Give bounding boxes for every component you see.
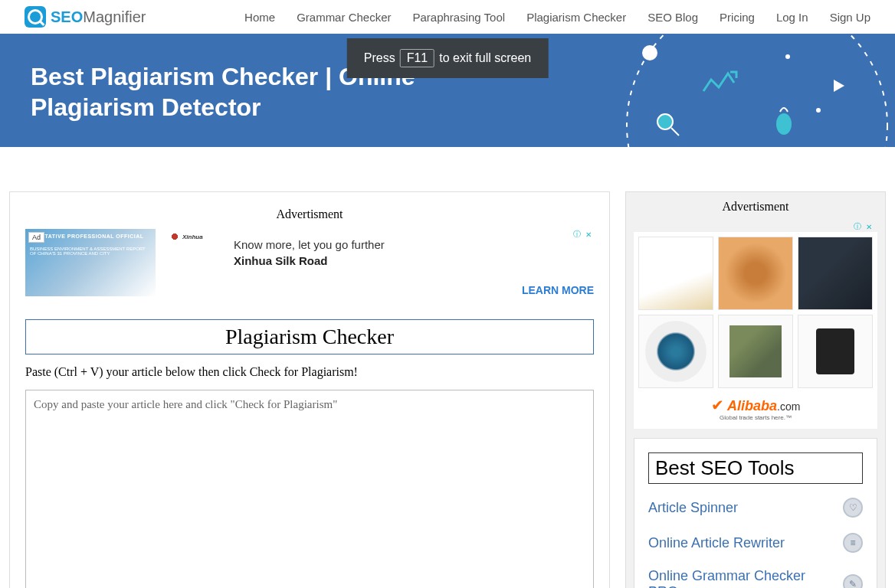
alibaba-suffix: .com: [777, 400, 800, 413]
adchoices-icon[interactable]: ⓘ: [572, 229, 582, 240]
svg-point-5: [785, 54, 790, 59]
nav-grammar-checker[interactable]: Grammar Checker: [297, 11, 391, 24]
alibaba-logo[interactable]: ✔ Alibaba.com Global trade starts here.™: [638, 393, 873, 424]
svg-point-6: [816, 108, 821, 113]
spinner-icon: ♡: [843, 498, 863, 518]
instruction-text: Paste (Ctrl + V) your article below then…: [25, 365, 594, 379]
ad-choices[interactable]: ⓘ ✕: [572, 229, 594, 240]
nav-signup[interactable]: Sign Up: [830, 11, 870, 24]
grammar-icon: ✎: [843, 574, 863, 588]
ad-product-pillow[interactable]: [638, 315, 713, 388]
tool-article-rewriter[interactable]: Online Article Rewriter: [648, 535, 785, 551]
content-area: Advertisment Ad HORITATIVE PROFESSIONAL …: [0, 147, 895, 588]
ad-brand-logo: Xinhua: [169, 229, 214, 244]
logo-text: SEOMagnifier: [51, 8, 146, 26]
ad-thumb-sub: BUSINESS ENVIRONMENT & ASSESSMENT REPORT…: [30, 247, 151, 256]
sidebar: Advertisment ⓘ ✕ ✔ Alibaba.com Global tr…: [625, 191, 886, 588]
main-panel: Advertisment Ad HORITATIVE PROFESSIONAL …: [9, 191, 610, 588]
ad-close-icon[interactable]: ✕: [864, 221, 874, 232]
tool-row: Online Article Rewriter ≡: [648, 533, 863, 553]
tool-row: Article Spinner ♡: [648, 498, 863, 518]
ad-product-shoe[interactable]: [638, 237, 713, 310]
ad-product-almonds[interactable]: [718, 237, 793, 310]
ad-product-cpu[interactable]: [718, 315, 793, 388]
fullscreen-post: to exit full screen: [439, 51, 531, 65]
tool-row: Online Grammar Checker PRO ✎: [648, 568, 863, 588]
ad-brand-name: Xinhua: [182, 234, 203, 240]
logo[interactable]: SEOMagnifier: [25, 6, 146, 28]
ad-tag: Ad: [28, 232, 44, 243]
top-navigation: SEOMagnifier Home Grammar Checker Paraph…: [0, 0, 895, 34]
nav-pricing[interactable]: Pricing: [720, 11, 755, 24]
advertisement-main[interactable]: Ad HORITATIVE PROFESSIONAL OFFICIAL BUSI…: [25, 229, 594, 296]
alibaba-name: Alibaba: [727, 398, 777, 413]
tools-title: Best SEO Tools: [648, 452, 863, 484]
article-textarea[interactable]: [25, 390, 594, 588]
ad-thumbnail: Ad HORITATIVE PROFESSIONAL OFFICIAL BUSI…: [25, 229, 156, 296]
fullscreen-notice: Press F11 to exit full screen: [347, 38, 549, 78]
ad-subtitle: Know more, let you go further: [234, 238, 594, 251]
ad-close-icon[interactable]: ✕: [583, 229, 594, 240]
tool-article-spinner[interactable]: Article Spinner: [648, 500, 738, 516]
nav-seo-blog[interactable]: SEO Blog: [647, 11, 698, 24]
ad-product-sdcard[interactable]: [798, 315, 873, 388]
ad-label: Advertisment: [25, 207, 594, 221]
seo-tools-panel: Best SEO Tools Article Spinner ♡ Online …: [634, 438, 877, 588]
xinhua-icon: [169, 231, 180, 242]
ad-product-case[interactable]: [798, 237, 873, 310]
adchoices-icon[interactable]: ⓘ: [852, 221, 863, 232]
hero-decoration-icon: [588, 34, 895, 147]
svg-point-2: [657, 114, 673, 129]
svg-point-1: [642, 45, 657, 60]
alibaba-tagline: Global trade starts here.™: [641, 414, 870, 421]
fullscreen-pre: Press: [364, 51, 395, 65]
tool-grammar-checker[interactable]: Online Grammar Checker PRO: [648, 568, 817, 588]
ad-title: Xinhua Silk Road: [234, 254, 594, 267]
svg-line-3: [671, 128, 679, 136]
nav-paraphrasing-tool[interactable]: Paraphrasing Tool: [412, 11, 505, 24]
main-nav: Home Grammar Checker Paraphrasing Tool P…: [244, 11, 870, 24]
nav-login[interactable]: Log In: [776, 11, 808, 24]
nav-home[interactable]: Home: [244, 11, 275, 24]
fullscreen-key: F11: [400, 49, 435, 67]
magnifier-icon: [25, 6, 46, 28]
nav-plagiarism-checker[interactable]: Plagiarism Checker: [526, 11, 626, 24]
sidebar-ad-choices[interactable]: ⓘ ✕: [634, 221, 877, 232]
ad-thumb-headline: HORITATIVE PROFESSIONAL OFFICIAL: [30, 234, 151, 239]
sidebar-ad-grid[interactable]: ✔ Alibaba.com Global trade starts here.™: [634, 232, 877, 429]
ad-cta[interactable]: LEARN MORE: [234, 284, 594, 296]
sidebar-ad-label: Advertisment: [634, 200, 877, 214]
section-title: Plagiarism Checker: [25, 319, 594, 354]
rewriter-icon: ≡: [843, 533, 863, 553]
svg-point-4: [776, 113, 792, 135]
ad-body: Know more, let you go further Xinhua Sil…: [234, 229, 594, 296]
